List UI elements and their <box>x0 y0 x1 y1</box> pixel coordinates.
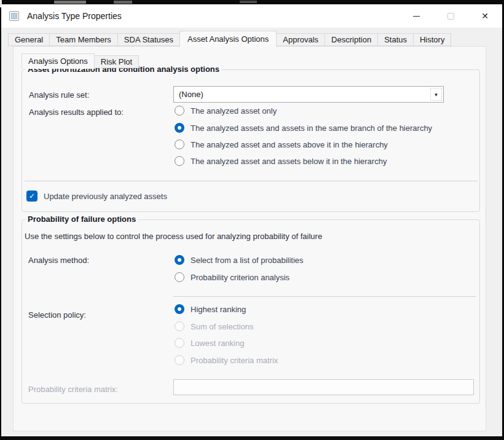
dropdown-arrow-icon[interactable]: ▾ <box>430 88 442 101</box>
radio-probability-criteria-matrix: Probability criteria matrix <box>175 354 278 366</box>
update-previous-checkbox-row[interactable]: ✓ Update previously analyzed assets <box>26 190 167 202</box>
radio-icon <box>175 272 184 282</box>
radio-probability-criterion[interactable]: Probability criterion analysis <box>175 271 289 283</box>
main-tab-bar: General Team Members SDA Statuses Asset … <box>8 30 451 46</box>
matrix-label-row: Probability criteria matrix: <box>28 383 118 395</box>
radio-icon <box>175 355 184 365</box>
radio-icon <box>175 106 184 116</box>
tab-general[interactable]: General <box>8 33 50 46</box>
tab-asset-analysis-options[interactable]: Asset Analysis Options <box>179 31 277 47</box>
maximize-button <box>433 4 468 28</box>
asset-analysis-options-page: Analysis Options Risk Plot Asset priorit… <box>13 46 486 431</box>
analysis-rule-set-combobox[interactable]: (None) ▾ <box>173 86 444 103</box>
probability-criteria-matrix-label: Probability criteria matrix: <box>28 385 118 394</box>
radio-same-branch[interactable]: The analyzed assets and assets in the sa… <box>175 122 432 134</box>
combobox-value: (None) <box>179 90 203 99</box>
analysis-type-properties-dialog: Analysis Type Properties ✕ General Team … <box>1 4 502 436</box>
analysis-method-row: Analysis method: <box>28 254 89 266</box>
group-title: Probability of failure options <box>25 214 138 224</box>
selection-policy-row: Selection policy: <box>28 308 86 321</box>
analysis-document-icon <box>9 10 20 22</box>
radio-icon <box>175 338 184 348</box>
pof-description-row: Use the settings below to control the pr… <box>25 230 322 242</box>
radio-lowest-ranking: Lowest ranking <box>175 337 244 349</box>
close-icon: ✕ <box>481 12 489 20</box>
applied-to-label: Analysis results applied to: <box>29 108 124 117</box>
maximize-icon <box>447 13 454 20</box>
tab-description[interactable]: Description <box>325 33 378 46</box>
radio-icon <box>175 139 184 149</box>
update-previous-label: Update previously analyzed assets <box>44 192 167 201</box>
radio-select-from-list[interactable]: Select from a list of probabilities <box>175 254 304 266</box>
subtab-risk-plot[interactable]: Risk Plot <box>94 55 139 68</box>
radio-icon <box>175 156 184 166</box>
radio-sum-of-selections: Sum of selections <box>175 320 254 332</box>
radio-assets-below[interactable]: The analyzed asset and assets below it i… <box>175 155 387 167</box>
tab-sda-statuses[interactable]: SDA Statuses <box>117 33 180 46</box>
applied-to-row: Analysis results applied to: <box>29 106 124 118</box>
radio-assets-above[interactable]: The analyzed asset and assets above it i… <box>175 138 388 151</box>
sub-tab-bar: Analysis Options Risk Plot <box>22 52 138 68</box>
tab-status[interactable]: Status <box>377 33 414 46</box>
radio-icon <box>175 255 184 265</box>
tab-history[interactable]: History <box>413 33 451 46</box>
group-separator <box>25 181 478 181</box>
radio-analyzed-asset-only[interactable]: The analyzed asset only <box>175 104 277 117</box>
analysis-rule-set-label: Analysis rule set: <box>29 90 89 100</box>
close-button[interactable]: ✕ <box>468 4 502 28</box>
radio-icon <box>175 123 184 133</box>
subtab-analysis-options[interactable]: Analysis Options <box>22 53 95 69</box>
group-separator <box>173 296 476 297</box>
checkbox-checked-icon: ✓ <box>26 191 37 202</box>
probability-of-failure-group: Probability of failure options Use the s… <box>22 219 480 404</box>
tab-approvals[interactable]: Approvals <box>276 33 325 46</box>
analysis-method-label: Analysis method: <box>28 256 89 265</box>
tab-team-members[interactable]: Team Members <box>49 33 118 46</box>
background-window-artifact <box>240 1 257 3</box>
title-bar: Analysis Type Properties ✕ <box>1 4 502 28</box>
selection-policy-label: Selection policy: <box>28 310 86 320</box>
minimize-button[interactable] <box>399 4 433 28</box>
screenshot-root: Analysis Type Properties ✕ General Team … <box>0 0 504 440</box>
checkmark-glyph: ✓ <box>29 192 35 200</box>
asset-prioritization-group: Asset prioritization and condition analy… <box>22 69 480 212</box>
probability-criteria-matrix-input <box>173 379 474 395</box>
pof-description: Use the settings below to control the pr… <box>25 232 322 241</box>
background-window-artifact <box>114 1 132 4</box>
radio-icon <box>175 321 184 331</box>
window-controls: ✕ <box>399 4 502 28</box>
radio-highest-ranking[interactable]: Highest ranking <box>175 303 246 315</box>
background-window-artifact <box>54 1 86 4</box>
minimize-icon <box>413 16 420 17</box>
window-title: Analysis Type Properties <box>27 11 122 21</box>
analysis-rule-set-row: Analysis rule set: <box>29 88 89 101</box>
radio-icon <box>175 304 184 314</box>
